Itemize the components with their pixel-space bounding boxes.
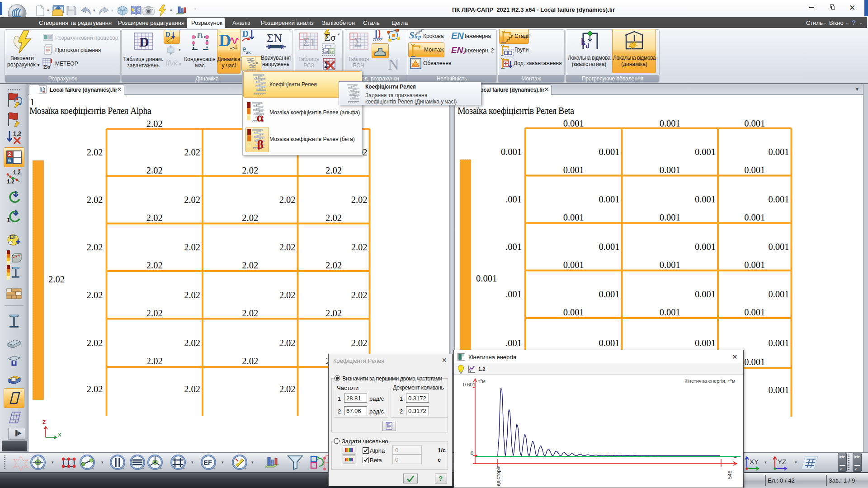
svg-text:546: 546 (727, 471, 732, 479)
